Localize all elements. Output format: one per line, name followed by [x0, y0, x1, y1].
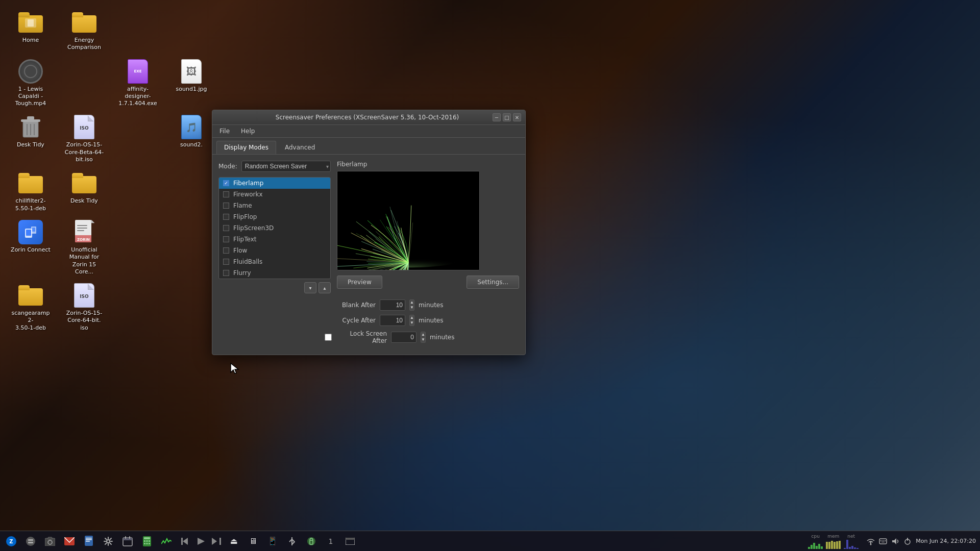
checkbox-flow[interactable] — [223, 247, 229, 254]
desktop-icon-zoriniso[interactable]: ISO Zorin-OS-15-Core-Beta-64-bit.iso — [61, 112, 107, 166]
cpu-monitor: cpu — [808, 534, 823, 549]
desktop-icon-zorincore64[interactable]: ISO Zorin-OS-15-Core-64-bit.iso — [61, 281, 107, 334]
blank-after-down[interactable]: ▼ — [410, 305, 414, 310]
checkbox-flipflop[interactable] — [223, 214, 229, 220]
checkbox-flipscreen3d[interactable] — [223, 225, 229, 231]
checkbox-flame[interactable] — [223, 203, 229, 209]
checkbox-flurry[interactable] — [223, 270, 229, 276]
list-item-fiberlamp[interactable]: ✓ Fiberlamp — [219, 178, 330, 189]
media-next[interactable] — [209, 533, 224, 549]
screenshot-button[interactable] — [41, 533, 59, 549]
desktop-icon-affinity[interactable]: EXE affinity-designer-1.7.1.404.exe — [115, 57, 161, 110]
tab-advanced[interactable]: Advanced — [277, 141, 323, 154]
eject-button[interactable]: ⏏ — [225, 533, 243, 549]
tray-input-icon[interactable] — [878, 536, 888, 546]
cycle-after-up[interactable]: ▲ — [410, 315, 414, 320]
zorin-menu-button[interactable]: Z — [2, 533, 20, 549]
list-item-fluidballs[interactable]: FluidBalls — [219, 256, 330, 267]
desktop-icon-zorinconnect[interactable]: Zorin Connect — [8, 217, 54, 278]
checkbox-fliptext[interactable] — [223, 236, 229, 242]
bluetooth-button[interactable] — [283, 533, 301, 549]
list-item-flurry[interactable]: Flurry — [219, 267, 330, 279]
list-item-flow[interactable]: Flow — [219, 245, 330, 256]
email-button[interactable] — [60, 533, 79, 549]
list-item-flipflop[interactable]: FlipFlop — [219, 211, 330, 222]
calendar-button[interactable] — [118, 533, 137, 549]
net-bar-1 — [844, 548, 846, 549]
screensaver-list[interactable]: ✓ Fiberlamp Fireworkx Flame FlipFlop — [218, 177, 331, 279]
net-bar-6 — [856, 548, 859, 549]
media-prev[interactable] — [179, 533, 193, 549]
cycle-after-row: Cycle After ▲ ▼ minutes — [218, 315, 519, 326]
preview-button[interactable]: Preview — [337, 276, 382, 289]
activity-monitor-button[interactable] — [157, 533, 176, 549]
desktop-icon-trash[interactable]: Desk Tidy — [8, 112, 54, 166]
taskbar-right: Mon Jun 24, 22:07:20 — [862, 536, 980, 546]
svg-rect-15 — [77, 230, 84, 231]
desktop-icon-sound2[interactable]: 🎵 sound2. — [168, 112, 214, 166]
writer-button[interactable] — [80, 533, 98, 549]
svg-rect-26 — [48, 537, 52, 539]
checkbox-fluidballs[interactable] — [223, 259, 229, 265]
lock-screen-input[interactable] — [391, 332, 416, 343]
mobile-button[interactable]: 📱 — [263, 533, 282, 549]
desktop-icon-unofficial[interactable]: ZORIN UnofficialManual forZorin 15 Core.… — [61, 217, 107, 278]
cycle-after-input[interactable] — [380, 315, 405, 326]
home-icon-label: Home — [22, 37, 39, 44]
system-clock[interactable]: Mon Jun 24, 22:07:20 — [916, 537, 976, 545]
checkbox-fireworkx[interactable] — [223, 191, 229, 197]
close-button[interactable]: ✕ — [513, 113, 521, 121]
lock-screen-down[interactable]: ▼ — [421, 337, 425, 342]
desktop-icon-sound1[interactable]: 🖼 sound1.jpg — [168, 57, 214, 110]
list-label-fireworkx: Fireworkx — [233, 191, 263, 198]
cpu-bar-3 — [813, 543, 815, 549]
list-item-fliptext[interactable]: FlipText — [219, 234, 330, 245]
desktop-icon-energy[interactable]: EnergyComparison — [61, 8, 107, 54]
cycle-after-down[interactable]: ▼ — [410, 320, 414, 325]
tab-display-modes[interactable]: Display Modes — [216, 141, 276, 154]
blank-after-input[interactable] — [380, 299, 405, 311]
settings-taskbar-button[interactable] — [99, 533, 117, 549]
files-button[interactable] — [21, 533, 40, 549]
mem-bar-3 — [831, 541, 833, 549]
desktop-icon-home[interactable]: Home — [8, 8, 54, 54]
number-button[interactable]: 1 — [322, 533, 340, 549]
blank-after-up[interactable]: ▲ — [410, 300, 414, 305]
checkbox-fiberlamp[interactable]: ✓ — [223, 180, 229, 186]
svg-rect-23 — [28, 542, 33, 543]
arrow-down-button[interactable]: ▾ — [304, 282, 316, 293]
menu-file[interactable]: File — [216, 127, 233, 136]
list-item-fireworkx[interactable]: Fireworkx — [219, 189, 330, 200]
taskbar: Z — [0, 531, 980, 551]
unofficial-manual-icon: ZORIN — [74, 220, 94, 244]
list-item-flame[interactable]: Flame — [219, 200, 330, 211]
menu-help[interactable]: Help — [238, 127, 258, 136]
maximize-button[interactable]: □ — [503, 113, 511, 121]
desktop-icon-desktidy[interactable]: Desk Tidy — [61, 168, 107, 215]
dialog-titlebar[interactable]: Screensaver Preferences (XScreenSaver 5.… — [212, 110, 525, 125]
lock-screen-checkbox[interactable] — [325, 334, 332, 341]
keepass-button[interactable] — [302, 533, 321, 549]
tray-power-icon[interactable] — [902, 536, 913, 546]
desktop-icon-chill[interactable]: chillfilter2-5.50-1-deb — [8, 168, 54, 215]
blank-after-label: Blank After — [325, 302, 376, 309]
arrow-up-button[interactable]: ▴ — [318, 282, 331, 293]
list-item-flipscreen3d[interactable]: FlipScreen3D — [219, 222, 330, 234]
settings-button[interactable]: Settings... — [467, 276, 519, 289]
window-button[interactable] — [341, 533, 359, 549]
desktidy-folder-icon — [72, 173, 96, 193]
cycle-after-spinner: ▲ ▼ — [409, 315, 414, 326]
desktop-icon-scangear[interactable]: scangearamp2-3.50-1-deb — [8, 281, 54, 334]
lock-screen-up[interactable]: ▲ — [421, 332, 425, 337]
display-button[interactable]: 🖥 — [244, 533, 262, 549]
tray-network-icon[interactable] — [866, 536, 876, 546]
mode-select[interactable]: Random Screen Saver Blank Screen Only On… — [241, 161, 331, 172]
dialog-menubar: File Help — [212, 125, 525, 138]
media-play[interactable] — [194, 533, 208, 549]
calculator-button[interactable] — [138, 533, 156, 549]
desktop-icon-film[interactable]: 1 - LewisCapaldi -Tough.mp4 — [8, 57, 54, 110]
media-controls — [179, 533, 224, 549]
net-bars — [844, 539, 859, 549]
tray-volume-icon[interactable] — [890, 536, 900, 546]
minimize-button[interactable]: − — [493, 113, 501, 121]
